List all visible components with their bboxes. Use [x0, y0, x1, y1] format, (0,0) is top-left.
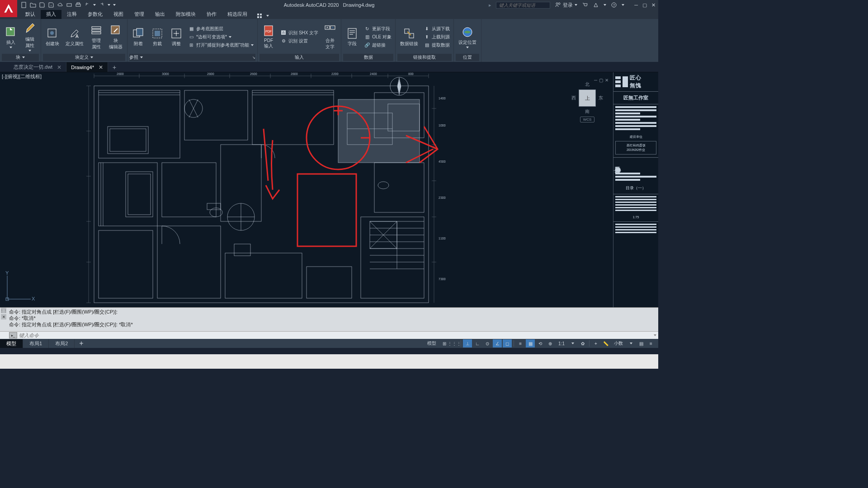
drawing-viewport[interactable]: [-][俯视][二维线框] 28003000280026002800220024… [0, 72, 658, 307]
isodraft-icon[interactable]: ⊙ [483, 339, 492, 347]
define-attr-button[interactable]: A 定义属性 [63, 20, 86, 54]
block-editor-button[interactable]: 块 编辑器 [106, 20, 125, 54]
help-icon[interactable]: ? [611, 2, 617, 8]
file-tab-1[interactable]: Drawing4*✕ [66, 62, 108, 72]
ortho-icon[interactable]: ⊥ [463, 339, 472, 347]
menu-tab-9[interactable]: 精选应用 [222, 9, 253, 19]
command-input[interactable] [19, 333, 653, 338]
ole-object-button[interactable]: ▥OLE 对象 [362, 33, 393, 41]
recognize-settings-button[interactable]: ⚙识别 设置 [278, 38, 320, 45]
download-source-button[interactable]: ⬇从源下载 [422, 25, 452, 33]
quickprops-icon[interactable]: ▤ [637, 339, 646, 347]
redo-dropdown-icon[interactable] [108, 4, 110, 6]
osnap-icon[interactable]: ◻ [503, 339, 512, 347]
viewport-minimize-icon[interactable]: ─ [594, 78, 597, 83]
cmd-recent-icon[interactable] [654, 334, 656, 336]
open-icon[interactable] [30, 2, 36, 8]
nav-top-face[interactable]: 上 [579, 89, 596, 107]
login-button[interactable]: 登录 [555, 2, 577, 9]
status-scale[interactable]: 1:1 [556, 341, 567, 346]
frames-vary-button[interactable]: ▭*边框可变选项* [186, 33, 255, 41]
3dosnap-icon[interactable]: ⊕ [546, 339, 555, 347]
recognize-shx-button[interactable]: 🅰识别 SHX 文字 [278, 29, 320, 37]
new-icon[interactable] [21, 2, 27, 8]
menu-tab-0[interactable]: 默认 [20, 9, 41, 19]
underlay-layers-button[interactable]: ▦参考底图图层 [186, 25, 255, 33]
transparency-icon[interactable]: ▦ [526, 339, 535, 347]
scale-dropdown-icon[interactable] [568, 339, 577, 347]
save-icon[interactable] [39, 2, 45, 8]
saveas-icon[interactable] [48, 2, 54, 8]
search-input[interactable] [496, 2, 550, 9]
nav-north[interactable]: 北 [585, 81, 590, 88]
close-icon[interactable]: ✕ [651, 2, 656, 8]
wcs-badge[interactable]: WCS [580, 117, 595, 122]
lineweight-icon[interactable]: ≡ [516, 339, 525, 347]
app-logo[interactable] [0, 0, 17, 17]
menu-tab-8[interactable]: 协作 [201, 9, 222, 19]
insert-button[interactable]: 插入 [2, 20, 20, 54]
menu-tab-4[interactable]: 视图 [108, 9, 129, 19]
menu-tab-6[interactable]: 输出 [150, 9, 170, 19]
manage-attr-button[interactable]: 管理 属性 [87, 20, 105, 54]
data-link-button[interactable]: 数据链接 [397, 20, 421, 54]
units-icon[interactable]: 📏 [601, 339, 610, 347]
menu-tab-7[interactable]: 附加模块 [170, 9, 201, 19]
otrack-icon[interactable]: ∠ [493, 339, 502, 347]
cmd-handle-icon[interactable]: ⋮⋮ [1, 308, 6, 313]
redo-icon[interactable] [99, 2, 105, 8]
dialog-launcher-icon[interactable]: ↘ [252, 56, 255, 60]
gear-icon[interactable]: ✿ [578, 339, 587, 347]
minimize-icon[interactable]: ─ [634, 2, 638, 8]
merge-text-button[interactable]: AA合并 文字 [321, 20, 339, 54]
cmd-prompt-icon[interactable]: ▸_ [9, 332, 17, 338]
edit-attr-button[interactable]: 编辑 属性 [21, 20, 39, 54]
hyperlink-button[interactable]: 🔗超链接 [362, 42, 393, 49]
file-tab-0[interactable]: 态度决定一切.dwt✕ [9, 62, 66, 72]
viewport-restore-icon[interactable]: ▢ [599, 78, 603, 83]
cycling-icon[interactable]: ⟲ [536, 339, 545, 347]
snap-underlay-button[interactable]: ⊞打开"捕捉到参考底图"功能 [186, 42, 255, 49]
status-units[interactable]: 小数 [611, 340, 626, 347]
qat-customize-icon[interactable] [113, 4, 116, 6]
menu-tab-1[interactable]: 插入 [41, 9, 61, 19]
upload-source-button[interactable]: ⬆上载到源 [422, 33, 452, 41]
layout-tab-1[interactable]: 布局1 [23, 339, 49, 348]
a360-icon[interactable] [593, 2, 599, 8]
menu-tab-5[interactable]: 管理 [129, 9, 150, 19]
cmd-close-button[interactable]: ✕ [1, 314, 6, 319]
nav-east[interactable]: 东 [599, 95, 603, 101]
taskbar-app-icon[interactable] [86, 357, 96, 366]
viewport-label[interactable]: [-][俯视][二维线框] [2, 73, 42, 80]
undo-icon[interactable] [84, 2, 90, 8]
plot-icon[interactable] [66, 2, 72, 8]
adjust-button[interactable]: 调整 [167, 20, 185, 54]
cmd-history[interactable]: 命令: 指定对角点或 [栏选(F)/圈围(WP)/圈交(CP)]: 命令: *取… [0, 308, 658, 331]
pdf-import-button[interactable]: PDFPDF 输入 [259, 20, 278, 54]
viewport-close-icon[interactable]: ✕ [605, 78, 609, 83]
group-expand-icon[interactable] [22, 56, 25, 58]
help-dropdown-icon[interactable] [622, 4, 624, 6]
layout-tab-2[interactable]: 布局2 [49, 339, 75, 348]
nav-south[interactable]: 南 [585, 108, 590, 115]
nav-west[interactable]: 西 [571, 95, 576, 101]
compass-icon[interactable] [389, 76, 410, 97]
tab-close-button[interactable]: ✕ [99, 64, 103, 70]
polar-icon[interactable]: ∟ [473, 339, 482, 347]
undo-dropdown-icon[interactable] [93, 4, 96, 6]
maximize-icon[interactable]: ▢ [642, 2, 647, 8]
group-expand-icon[interactable] [140, 56, 143, 58]
extract-data-button[interactable]: ▤提取数据 [422, 42, 452, 49]
tab-close-button[interactable]: ✕ [57, 64, 61, 70]
menu-tab-2[interactable]: 注释 [61, 9, 82, 19]
units-dropdown-icon[interactable] [627, 339, 636, 347]
add-layout-button[interactable]: + [75, 339, 88, 347]
featured-apps-icon[interactable] [256, 13, 263, 19]
group-expand-icon[interactable] [90, 56, 93, 58]
print-icon[interactable] [75, 2, 81, 8]
update-field-button[interactable]: ↻更新字段 [362, 25, 393, 33]
annotation-monitor-icon[interactable]: + [591, 339, 600, 347]
clip-button[interactable]: 剪裁 [148, 20, 166, 54]
create-block-button[interactable]: 创建块 [43, 20, 62, 54]
menu-tab-3[interactable]: 参数化 [82, 9, 108, 19]
